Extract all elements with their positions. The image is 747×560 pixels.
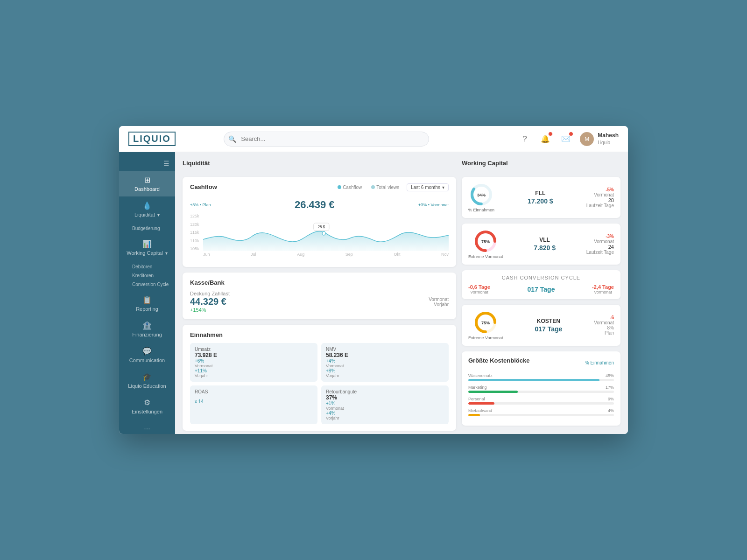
bar-pct-2: 9% (608, 397, 614, 401)
cashflow-value: 26.439 € (295, 199, 335, 211)
finanzierung-icon: 🏦 (142, 321, 152, 330)
einnahmen-umsatz: Umsatz 73.928 E +6% Vormonat +11% Vorjah… (190, 343, 317, 382)
vll-donut-wrap: 75% Extreme Vormonat (468, 229, 503, 259)
sidebar-item-communication[interactable]: 💬 Communication (119, 342, 175, 368)
dashboard-icon: ⊞ (144, 175, 150, 184)
sidebar-item-finanzierung[interactable]: 🏦 Finanzierung (119, 316, 175, 342)
user-name: Mahesh (598, 132, 619, 139)
help-icon[interactable]: ? (518, 133, 531, 146)
date-filter[interactable]: Last 6 months ▾ (407, 183, 449, 191)
kasse-vormonat-label: Vormonat (429, 297, 449, 302)
sidebar-sub-wc: Debitoren Kreditoren Conversion Cycle (119, 260, 175, 291)
sidebar-label-liquiditat: Liquidität ▾ (134, 212, 160, 217)
sidebar-label-education: Liquio Education (128, 383, 166, 389)
chart-y-labels: 125k120k115k110k105k (190, 214, 199, 251)
ccc-right-sub: Vormonat (592, 290, 614, 294)
content-left: Liquidität Cashflow Cashflow Total views… (183, 160, 456, 427)
vll-vormonat-label: Vormonat (586, 239, 614, 244)
fll-info: FLL 17.200 $ (500, 190, 581, 205)
sidebar-label-working-capital: Working Capital ▾ (127, 250, 168, 256)
fll-title: FLL (500, 190, 581, 196)
einnahmen-roas: ROAS x 14 (190, 385, 317, 424)
grosse-title: Größte Kostenblöcke (468, 357, 529, 364)
kosten-right: -6 Vormonat 8% Plan (594, 315, 614, 336)
sidebar-item-education[interactable]: 🎓 Liquio Education (119, 368, 175, 393)
svg-text:75%: 75% (481, 239, 490, 244)
kasse-title: Kasse/Bank (190, 279, 449, 286)
sidebar-item-reporting[interactable]: 📋 Reporting (119, 291, 175, 316)
header-actions: ? 🔔 ✉️ M Mahesh Liquio (518, 132, 619, 146)
ccc-right: -2,4 Tage Vormonat (592, 284, 614, 294)
cashflow-header: Cashflow Cashflow Total views Last 6 mon… (190, 183, 449, 195)
fll-vormonat: -5% (586, 187, 614, 192)
fll-donut-wrap: 34% % Einnahmen (468, 182, 494, 212)
einnahmen-grid: Umsatz 73.928 E +6% Vormonat +11% Vorjah… (190, 343, 449, 424)
kosten-card: 75% Extreme Vormonat KOSTEN 017 Tage -6 … (462, 305, 620, 346)
sidebar-label-reporting: Reporting (136, 306, 158, 312)
kosten-donut: 75% (473, 310, 498, 335)
cashflow-title: Cashflow (190, 183, 217, 190)
kosten-vormonat-label: Vormonat (594, 320, 614, 325)
working-capital-icon: 📊 (142, 239, 152, 248)
sidebar-item-working-capital[interactable]: 📊 Working Capital ▾ (119, 235, 175, 260)
mail-icon[interactable]: ✉️ (559, 133, 572, 146)
content-right: Working Capital 34% % Einnahmen (462, 160, 620, 427)
sidebar-label-communication: Communication (129, 357, 165, 363)
ccc-left-sub: Vormonat (468, 290, 490, 294)
sidebar-item-liquiditat[interactable]: 💧 Liquidität ▾ (119, 196, 175, 222)
left-section-title: Liquidität (183, 160, 456, 167)
menu-icon[interactable]: ☰ (119, 156, 175, 171)
ccc-card: CASH CONVERSION CYCLE -0,6 Tage Vormonat… (462, 270, 620, 299)
search-input[interactable] (224, 132, 429, 147)
bar-track-1 (468, 391, 614, 393)
sidebar-sub-conversion[interactable]: Conversion Cycle (127, 280, 175, 289)
bar-label-0: Waseneinatz (468, 373, 493, 378)
kasse-sub-label: Deckung Zahllast (190, 291, 230, 296)
kosten-plan-label: Plan (594, 330, 614, 336)
cashflow-annotation1: +3% • Plan (190, 203, 211, 207)
kosten-title: KOSTEN (509, 318, 589, 324)
bar-rows: Waseneinatz 45% Marketing 17% Personal 9… (468, 373, 614, 416)
mail-badge (569, 132, 573, 136)
chart-x-labels: JunJulAugSepOktNov (203, 252, 449, 257)
ccc-title: CASH CONVERSION CYCLE (468, 275, 614, 280)
notification-icon[interactable]: 🔔 (539, 133, 552, 146)
notification-badge (548, 132, 553, 136)
svg-point-0 (322, 231, 325, 235)
sidebar-sub-budgetierung[interactable]: Budgetierung (127, 224, 175, 233)
sidebar-label-dashboard: Dashboard (134, 186, 160, 192)
vll-vormonat: -3% (586, 234, 614, 239)
vll-title: VLL (509, 237, 581, 243)
sidebar: ☰ ⊞ Dashboard 💧 Liquidität ▾ Budgetierun… (119, 152, 175, 434)
ccc-right-value: -2,4 Tage (592, 284, 614, 290)
fll-donut-label: % Einnahmen (468, 208, 494, 212)
liquiditat-icon: 💧 (142, 201, 152, 210)
kasse-left: Deckung Zahllast 44.329 € +154% (190, 291, 230, 313)
main-layout: ☰ ⊞ Dashboard 💧 Liquidität ▾ Budgetierun… (119, 152, 628, 434)
communication-icon: 💬 (142, 347, 152, 356)
sidebar-more[interactable]: ... (119, 419, 175, 434)
bar-fill-2 (468, 402, 494, 405)
vll-donut-label: Extreme Vormonat (468, 254, 503, 259)
cashflow-legend: Cashflow Total views (338, 185, 399, 190)
user-info[interactable]: M Mahesh Liquio (580, 132, 619, 146)
vll-donut: 75% (473, 229, 498, 253)
kasse-right: Vormonat Vorjahr (429, 297, 449, 307)
sidebar-sub-debitoren[interactable]: Debitoren (127, 262, 175, 271)
bar-track-2 (468, 402, 614, 405)
bar-fill-1 (468, 391, 518, 393)
sidebar-sub-kreditoren[interactable]: Kreditoren (127, 271, 175, 280)
user-role: Liquio (598, 140, 619, 146)
fll-laufzeit: 28 (586, 197, 614, 203)
grosse-link[interactable]: % Einnahmen (585, 360, 614, 365)
vll-card: 75% Extreme Vormonat VLL 7.820 $ -3% Vor… (462, 224, 620, 265)
right-section-title: Working Capital (462, 160, 620, 167)
bar-track-3 (468, 414, 614, 416)
sidebar-sub-liquiditat: Budgetierung (119, 222, 175, 235)
sidebar-item-einstellungen[interactable]: ⚙ Einstellungen (119, 393, 175, 419)
einnahmen-title: Einnahmen (190, 331, 449, 338)
fll-card: 34% % Einnahmen FLL 17.200 $ -5% Vormona… (462, 177, 620, 218)
sidebar-label-finanzierung: Finanzierung (132, 332, 162, 337)
fll-right: -5% Vormonat 28 Laufzeit Tage (586, 187, 614, 208)
sidebar-item-dashboard[interactable]: ⊞ Dashboard (119, 171, 175, 196)
